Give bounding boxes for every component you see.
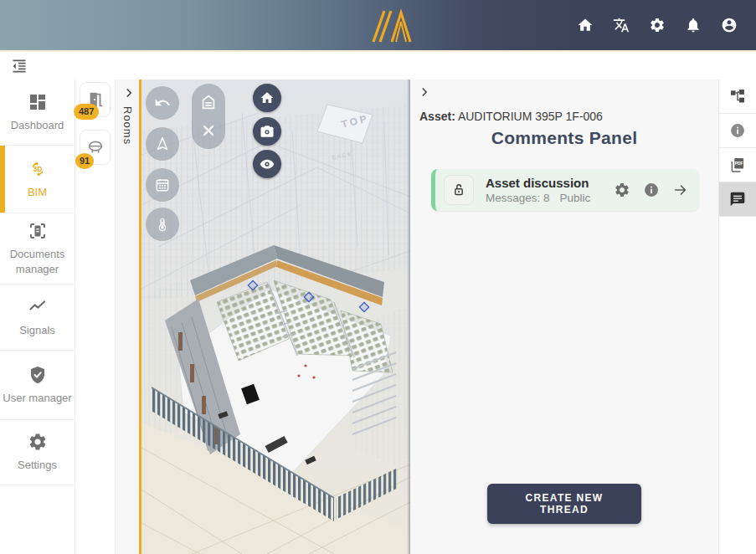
- sidebar-item-label: BIM: [28, 185, 47, 200]
- info-icon[interactable]: [719, 114, 756, 148]
- thread-info: Asset discussion Messages: 8 Public: [486, 176, 614, 204]
- header-actions: [577, 0, 738, 50]
- home-view-icon[interactable]: [253, 84, 281, 112]
- auditorium-model-canvas[interactable]: TOP BACK: [141, 80, 410, 554]
- sidebar-item-label: Documents manager: [2, 247, 73, 276]
- rooms-collapsed-panel: Rooms: [115, 80, 141, 554]
- account-icon[interactable]: [721, 17, 738, 33]
- rooms-panel-label: Rooms: [121, 106, 134, 145]
- lock-open-icon: [444, 175, 474, 205]
- main-sidebar: Dashboard 3D BIM Documents manager: [0, 80, 75, 554]
- visibility-icon[interactable]: [253, 150, 281, 178]
- sidebar-item-label: Signals: [19, 323, 55, 338]
- rooms-shortcut-button[interactable]: 487: [80, 82, 111, 117]
- sidebar-item-settings[interactable]: Settings: [0, 420, 75, 485]
- home-icon[interactable]: [577, 17, 594, 33]
- thread-visibility: Public: [560, 192, 591, 204]
- pdf-icon-label: PDF: [735, 161, 743, 166]
- sidebar-item-label: Settings: [18, 458, 57, 473]
- company-logo-icon: [367, 7, 415, 45]
- translate-icon[interactable]: [613, 17, 630, 33]
- thread-messages-count: Messages: 8: [486, 192, 550, 204]
- asset-line: Asset: AUDITORIUM 395P 1F-006: [419, 110, 603, 123]
- rooms-count-badge: 487: [74, 104, 99, 120]
- model-tree-icon[interactable]: [719, 80, 756, 114]
- thread-actions: [614, 182, 689, 198]
- top-header: [0, 0, 756, 52]
- signals-icon: [28, 297, 48, 317]
- panel-expand-chevron-icon[interactable]: [415, 83, 434, 101]
- undo-icon[interactable]: [146, 86, 179, 120]
- thread-card[interactable]: Asset discussion Messages: 8 Public: [431, 169, 699, 211]
- document-scan-icon: [28, 221, 48, 241]
- rooms-expand-chevron-icon[interactable]: [121, 85, 137, 101]
- settings-gear-icon: [28, 432, 48, 452]
- quick-access-column: 487 91: [75, 80, 115, 554]
- assets-count-badge: 91: [75, 153, 94, 169]
- section-tools-icon[interactable]: [199, 121, 218, 140]
- sidebar-item-label: User manager: [3, 391, 71, 406]
- comments-icon[interactable]: [719, 182, 756, 217]
- bim-3d-viewer[interactable]: TOP BACK: [141, 80, 410, 554]
- bim-3d-icon: 3D: [28, 159, 48, 179]
- svg-text:3D: 3D: [33, 165, 42, 173]
- calendar-icon[interactable]: [146, 168, 179, 202]
- sidebar-item-bim[interactable]: 3D BIM: [0, 146, 75, 213]
- bim-application: Dashboard 3D BIM Documents manager: [0, 0, 756, 554]
- home-levels-icon[interactable]: [199, 93, 218, 111]
- comments-panel: Asset: AUDITORIUM 395P 1F-006 Comments P…: [410, 80, 718, 554]
- thread-open-arrow-icon[interactable]: [672, 182, 689, 198]
- sidebar-item-user-manager[interactable]: User manager: [0, 351, 75, 420]
- asset-value: AUDITORIUM 395P 1F-006: [455, 110, 603, 123]
- thread-info-icon[interactable]: [643, 182, 660, 198]
- dashboard-icon: [28, 92, 48, 112]
- navigation-icon[interactable]: [146, 127, 179, 161]
- sidebar-item-documents-manager[interactable]: Documents manager: [0, 213, 75, 285]
- notifications-icon[interactable]: [685, 17, 702, 33]
- assets-shortcut-button[interactable]: 91: [80, 130, 111, 165]
- viewer-tools-pill: [192, 84, 225, 149]
- create-new-thread-button[interactable]: CREATE NEW THREAD: [487, 484, 641, 524]
- right-tools-rail: PDF: [718, 80, 756, 554]
- camera-icon[interactable]: [253, 117, 281, 146]
- collapse-menu-icon[interactable]: [8, 55, 30, 77]
- thermometer-icon[interactable]: [146, 208, 179, 241]
- thread-settings-icon[interactable]: [614, 182, 630, 198]
- sidebar-item-signals[interactable]: Signals: [0, 285, 75, 351]
- secondary-toolbar: [0, 52, 756, 80]
- sidebar-item-label: Dashboard: [11, 118, 64, 133]
- sidebar-item-dashboard[interactable]: Dashboard: [0, 80, 75, 146]
- shield-check-icon: [28, 365, 48, 385]
- asset-label: Asset:: [419, 110, 455, 123]
- thread-title: Asset discussion: [486, 176, 614, 190]
- settings-icon[interactable]: [649, 17, 666, 33]
- pdf-export-icon[interactable]: PDF: [719, 148, 756, 182]
- comments-panel-title: Comments Panel: [410, 128, 718, 148]
